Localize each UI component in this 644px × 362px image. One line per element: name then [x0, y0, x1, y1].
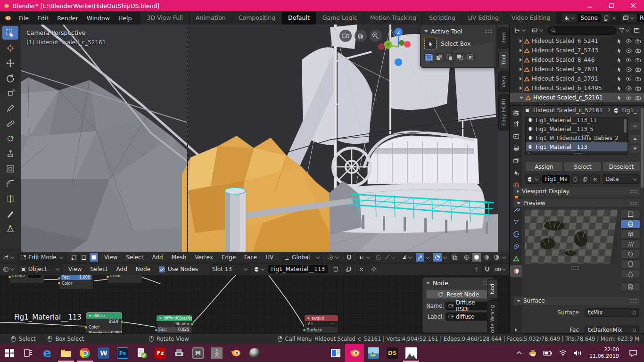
tool-add-cube[interactable]	[2, 132, 18, 145]
material-slot-selected[interactable]: Fig1_Material__113	[526, 142, 627, 151]
outliner-filter-id-dropdown[interactable]	[530, 26, 545, 35]
vp-menu-vertex[interactable]: Vertex	[192, 254, 216, 261]
material-browse-button[interactable]	[525, 174, 541, 184]
preview-sphere-button[interactable]	[620, 220, 640, 229]
render-visibility-icon[interactable]	[635, 57, 641, 63]
node-panel-collapse-icon[interactable]	[426, 282, 430, 284]
node-tab-node-wrangler[interactable]: Node Wrang	[487, 300, 498, 333]
scene-new-button[interactable]	[601, 13, 611, 23]
tool-extrude-region[interactable]	[2, 147, 18, 160]
tray-printer-icon[interactable]	[528, 349, 537, 357]
menu-file[interactable]: File	[15, 15, 33, 22]
list-resize-grip[interactable]	[574, 153, 582, 155]
tab-3d-view-full[interactable]: 3D View Full	[140, 11, 190, 25]
tool-transform[interactable]	[2, 86, 18, 100]
action-center-icon[interactable]	[629, 349, 637, 357]
vp-menu-edge[interactable]: Edge	[219, 254, 239, 261]
taskbar-filezilla[interactable]: Fz	[151, 344, 170, 362]
outliner-row[interactable]: Hideout Scaled_a_3791	[510, 74, 644, 83]
slot-move-down-button[interactable]	[630, 144, 640, 153]
proportional-editing-icon[interactable]	[375, 255, 381, 261]
vp-menu-face[interactable]: Face	[241, 254, 260, 261]
taskbar-word[interactable]: W	[94, 344, 113, 362]
shading-wireframe-button[interactable]	[462, 253, 471, 262]
properties-scrollbar[interactable]	[641, 108, 644, 188]
node-partial-color[interactable]: Color	[107, 275, 142, 284]
face-select-button[interactable]	[89, 253, 99, 262]
taskbar-instamask[interactable]: M	[189, 344, 207, 362]
taskbar-blender-active[interactable]	[345, 344, 364, 362]
selectable-icon[interactable]	[616, 66, 622, 73]
selectable-icon[interactable]	[616, 57, 622, 63]
collapse-icon[interactable]	[520, 97, 523, 99]
visibility-dropdown[interactable]	[401, 255, 413, 261]
select-mode-extend-button[interactable]	[435, 53, 444, 61]
editor-type-button[interactable]	[3, 255, 15, 261]
expand-icon[interactable]	[520, 77, 522, 81]
taskbar-vue-app[interactable]	[364, 344, 383, 362]
breadcrumb-material[interactable]: Fig1_M	[622, 107, 638, 114]
color2-input-socket[interactable]	[8, 275, 11, 279]
tab-material[interactable]	[510, 265, 522, 277]
gloss-fac-input-socket[interactable]	[155, 329, 158, 332]
tab-game-logic[interactable]: Game Logic	[316, 11, 364, 25]
tab-motion-tracking[interactable]: Motion Tracking	[364, 11, 423, 25]
panel-drag-grip[interactable]	[485, 30, 492, 33]
hide-icon[interactable]	[626, 66, 632, 73]
vp-menu-select[interactable]: Select	[123, 254, 146, 261]
maximize-button[interactable]	[601, 0, 622, 11]
outliner-row[interactable]: Hideout Scaled_8_446	[510, 55, 644, 65]
use-nodes-checkbox[interactable]	[159, 266, 165, 272]
tab-uv-editing[interactable]: UV Editing	[462, 11, 505, 25]
tray-battery-icon[interactable]	[543, 350, 553, 356]
tray-wifi-icon[interactable]	[559, 350, 567, 356]
outliner-row-child[interactable]: Hideout Scaled_c_5216	[510, 102, 644, 106]
surface-value-field[interactable]: txMix	[585, 308, 639, 317]
node-tab-node[interactable]: Nod	[487, 279, 498, 299]
fake-user-button[interactable]	[571, 174, 580, 184]
node-menu-select[interactable]: Select	[87, 266, 110, 272]
outliner-search-input[interactable]	[558, 28, 591, 33]
tool-measure[interactable]	[2, 116, 18, 130]
material-name-field[interactable]: Fig1_Material__113	[268, 264, 328, 274]
reset-node-button[interactable]: Reset Node	[426, 290, 490, 299]
tab-scripting[interactable]: Scripting	[423, 11, 462, 25]
outliner-row-selected[interactable]: Hideout Scaled_c_52161	[510, 93, 644, 102]
menu-render[interactable]: Render	[53, 15, 83, 22]
shader-output-socket[interactable]	[190, 322, 194, 326]
transform-orientation-dropdown[interactable]: Global	[281, 253, 323, 262]
link-mode-dropdown[interactable]: Data	[603, 174, 640, 184]
preview-cloth-button[interactable]	[620, 259, 640, 268]
node-editor-type-button[interactable]	[3, 266, 15, 272]
new-material-button[interactable]	[344, 264, 354, 274]
overlays-toggle-button[interactable]	[433, 253, 442, 262]
taskbar-blender-pinned[interactable]	[226, 344, 245, 362]
scene-browse-button[interactable]	[561, 13, 577, 23]
expand-icon[interactable]	[520, 58, 522, 62]
render-visibility-icon[interactable]	[635, 85, 641, 91]
taskbar-sphere-app[interactable]	[245, 344, 264, 362]
tab-object-data[interactable]	[510, 253, 522, 265]
diffuse-color-input-socket[interactable]	[84, 326, 88, 329]
tool-annotate[interactable]	[2, 101, 18, 115]
viewlayer-name-field[interactable]: RenderLayer	[636, 13, 644, 23]
preview-cube-button[interactable]	[620, 230, 640, 239]
tray-clock[interactable]: 22:00 11.06.2019	[588, 346, 619, 360]
taskbar-daz-studio[interactable]: DS	[383, 344, 402, 362]
list-expand-icon[interactable]	[528, 153, 530, 155]
taskbar-chrome[interactable]	[75, 344, 94, 362]
hide-icon[interactable]	[626, 95, 632, 101]
pivot-point-dropdown[interactable]	[326, 253, 341, 262]
node-name-field[interactable]: Diffuse BSDF	[446, 302, 490, 310]
parent-node-tree-icon[interactable]	[473, 266, 479, 272]
taskbar-photos[interactable]	[402, 344, 421, 362]
hide-icon[interactable]	[626, 85, 632, 91]
selectable-icon[interactable]	[616, 95, 622, 101]
outliner-row[interactable]: Hideout Scaled_9_7671	[510, 65, 644, 74]
pin-icon[interactable]	[371, 266, 377, 272]
tab-view-layer[interactable]	[510, 155, 522, 167]
viewlayer-browse-button[interactable]	[621, 13, 636, 23]
node-menu-view[interactable]: View	[66, 266, 84, 272]
node-editor-canvas[interactable]: Color2 Fac:1.000 Color Color Fig1_Materi…	[0, 275, 509, 333]
tab-tool[interactable]	[510, 118, 522, 130]
